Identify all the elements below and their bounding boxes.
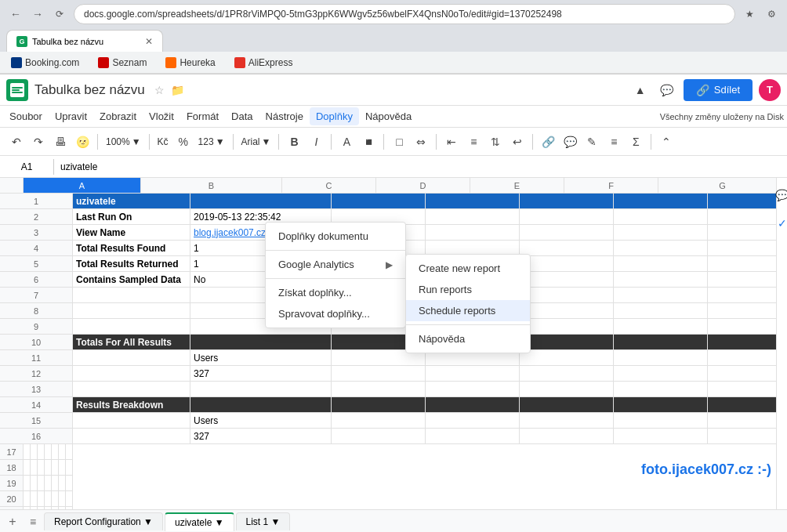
cell-c21[interactable] (38, 507, 45, 509)
cell-d3[interactable] (426, 225, 520, 241)
vertical-align-button[interactable]: ⇅ (485, 132, 506, 152)
cell-d17[interactable] (45, 444, 52, 460)
share-button[interactable]: 🔗 Sdílet (684, 79, 753, 101)
cell-b11[interactable]: Users (190, 350, 332, 366)
cell-e21[interactable] (52, 507, 59, 509)
wrap-button[interactable]: ↩ (507, 132, 528, 152)
cell-g14[interactable] (708, 397, 787, 413)
cell-a2[interactable]: Last Run On (73, 209, 190, 225)
cell-g15[interactable] (708, 413, 787, 429)
cell-e15[interactable] (520, 413, 614, 429)
cell-g18[interactable] (66, 460, 73, 476)
run-reports-item[interactable]: Run reports (406, 279, 530, 300)
cell-g10[interactable] (708, 335, 787, 350)
cell-e11[interactable] (520, 350, 614, 366)
cell-a15[interactable] (73, 413, 190, 429)
cell-a11[interactable] (73, 350, 190, 366)
cell-c18[interactable] (38, 460, 45, 476)
link-button[interactable]: 🔗 (538, 132, 558, 152)
cell-c16[interactable] (332, 429, 426, 444)
cell-f1[interactable] (614, 194, 708, 209)
cell-f21[interactable] (59, 507, 66, 509)
cell-g8[interactable] (708, 303, 787, 319)
cell-g11[interactable] (708, 350, 787, 366)
cell-a20[interactable] (24, 491, 31, 507)
col-header-g[interactable]: G (658, 178, 787, 193)
sidebar-chat-icon[interactable]: 💬 (774, 187, 788, 203)
col-header-b[interactable]: B (141, 178, 282, 193)
cell-c12[interactable] (332, 366, 426, 382)
cell-b1[interactable] (190, 194, 332, 209)
col-header-c[interactable]: C (282, 178, 376, 193)
paint-format-button[interactable]: 🌝 (72, 132, 92, 152)
cell-g5[interactable] (708, 256, 787, 272)
cell-d14[interactable] (426, 397, 520, 413)
bold-button[interactable]: B (284, 132, 304, 152)
text-color-button[interactable]: A (336, 132, 357, 152)
schedule-reports-item[interactable]: Schedule reports (406, 300, 530, 321)
cell-a17[interactable] (24, 444, 31, 460)
menu-data[interactable]: Data (225, 107, 259, 125)
cell-a8[interactable] (73, 303, 190, 319)
create-new-report-item[interactable]: Create new report (406, 258, 530, 279)
cell-g12[interactable] (708, 366, 787, 382)
filter-button[interactable]: ≡ (604, 132, 624, 152)
cell-b21[interactable] (31, 507, 38, 509)
cell-b10[interactable] (190, 335, 332, 350)
sidebar-check-icon[interactable]: ✓ (774, 215, 788, 231)
cell-c15[interactable] (332, 413, 426, 429)
cell-c17[interactable] (38, 444, 45, 460)
cell-f20[interactable] (59, 491, 66, 507)
forward-button[interactable]: → (28, 5, 47, 24)
cell-g21[interactable] (66, 507, 73, 509)
avatar[interactable]: T (759, 79, 781, 101)
cell-g19[interactable] (66, 476, 73, 491)
cell-f18[interactable] (59, 460, 66, 476)
cell-e4[interactable] (520, 241, 614, 256)
address-bar[interactable]: docs.google.com/spreadsheets/d/1PR8rViMP… (74, 4, 735, 24)
cell-d1[interactable] (426, 194, 520, 209)
col-header-f[interactable]: F (564, 178, 658, 193)
cell-f14[interactable] (614, 397, 708, 413)
cell-e6[interactable] (520, 272, 614, 288)
title-star-icon[interactable]: ☆ (154, 84, 165, 96)
cell-reference-input[interactable] (3, 161, 50, 172)
menu-soubor[interactable]: Soubor (3, 107, 49, 125)
bookmark-booking[interactable]: Booking.com (6, 56, 84, 70)
cell-e19[interactable] (52, 476, 59, 491)
cell-f10[interactable] (614, 335, 708, 350)
cell-d2[interactable] (426, 209, 520, 225)
cell-f9[interactable] (614, 319, 708, 335)
browser-tab[interactable]: G Tabulka bez názvu ✕ (6, 30, 163, 52)
cell-f13[interactable] (614, 382, 708, 397)
cell-e9[interactable] (520, 319, 614, 335)
cell-b19[interactable] (31, 476, 38, 491)
redo-button[interactable]: ↷ (28, 132, 49, 152)
cell-g4[interactable] (708, 241, 787, 256)
bookmark-star[interactable]: ★ (740, 5, 759, 24)
cell-g17[interactable] (66, 444, 73, 460)
cell-b20[interactable] (31, 491, 38, 507)
cell-e1[interactable] (520, 194, 614, 209)
cell-a13[interactable] (73, 382, 190, 397)
cell-e8[interactable] (520, 303, 614, 319)
cell-f12[interactable] (614, 366, 708, 382)
border-button[interactable]: □ (389, 132, 409, 152)
cell-f15[interactable] (614, 413, 708, 429)
cell-g16[interactable] (708, 429, 787, 444)
cell-f11[interactable] (614, 350, 708, 366)
cell-g7[interactable] (708, 288, 787, 303)
cell-b12[interactable]: 327 (190, 366, 332, 382)
cell-a1[interactable]: uzivatele (73, 194, 190, 209)
cell-b18[interactable] (31, 460, 38, 476)
add-sheet-button[interactable]: + (3, 512, 22, 531)
cell-f4[interactable] (614, 241, 708, 256)
align-left-button[interactable]: ⇤ (441, 132, 462, 152)
function-button[interactable]: Σ (626, 132, 646, 152)
cell-g6[interactable] (708, 272, 787, 288)
cell-e13[interactable] (520, 382, 614, 397)
cell-f16[interactable] (614, 429, 708, 444)
cell-a9[interactable] (73, 319, 190, 335)
title-folder-icon[interactable]: 📁 (171, 84, 184, 96)
cell-f19[interactable] (59, 476, 66, 491)
